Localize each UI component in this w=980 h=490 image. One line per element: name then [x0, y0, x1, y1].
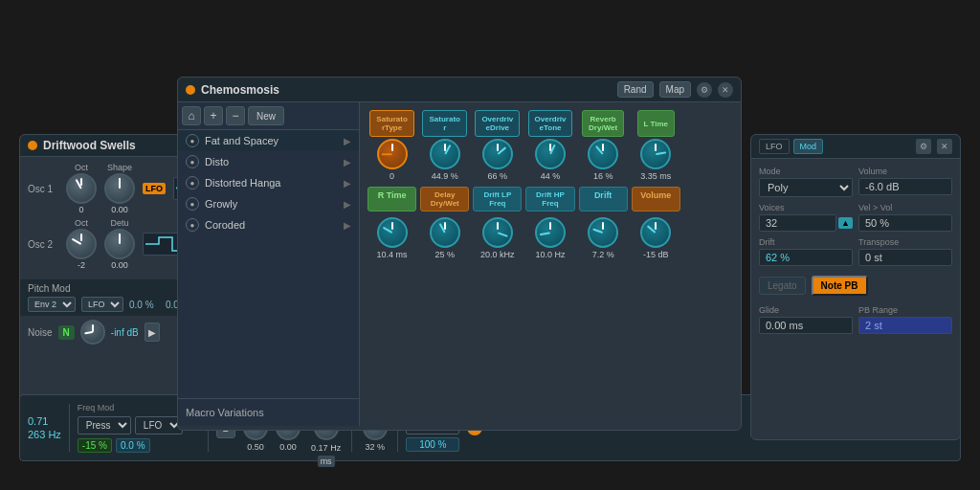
drift-hp-knob2[interactable] [535, 217, 566, 248]
l-time-btn[interactable]: L Time [637, 110, 676, 137]
preset-item-0[interactable]: ● Fat and Spacey ▶ [178, 130, 359, 151]
drift-hp-btn[interactable]: Drift HPFreq [525, 187, 574, 212]
voices-label: Voices [759, 203, 853, 212]
transpose-value: 0 st [858, 249, 952, 266]
preset-arrow-2: ▶ [344, 178, 351, 189]
legato-notepb-row: Legato Note PB [759, 272, 952, 300]
drift-label: Drift [759, 237, 853, 247]
overdrive-drive-knob[interactable] [482, 139, 513, 169]
settings-icon[interactable]: ⚙ [697, 82, 712, 98]
freq-mod-lfo-select[interactable]: LFO [135, 416, 183, 434]
osc2-detune-knob[interactable] [104, 229, 135, 259]
add-icon-btn[interactable]: + [204, 106, 223, 125]
macro-variations[interactable]: Macro Variations [178, 398, 359, 426]
drift-lp-btn[interactable]: Drift LPFreq [473, 187, 522, 212]
legato-button[interactable]: Legato [759, 277, 806, 295]
osc2-oct-container: Oct -2 [66, 218, 97, 270]
divider1 [69, 404, 70, 452]
osc2-label: Osc 2 [28, 239, 58, 250]
volume-btn[interactable]: Volume [632, 187, 680, 212]
osc1-oct-container: Oct 0 [66, 163, 97, 214]
osc1-label: Osc 1 [28, 184, 58, 194]
osc2-oct-value: -2 [78, 260, 85, 270]
lfo-value1: 0.71 [28, 415, 61, 427]
knob2-cell-0: 10.4 ms [368, 217, 416, 259]
chemosmosis-controls: SaturatorType 0 Saturator 44.9 % Ove [360, 102, 741, 426]
preset-name-1: Disto [205, 156, 338, 167]
knob2-3-val: 10.0 Hz [535, 250, 565, 259]
preset-item-3[interactable]: ● Growly ▶ [178, 193, 359, 214]
freq-mod-press-select[interactable]: Press [78, 416, 131, 434]
home-icon-btn[interactable]: ⌂ [182, 106, 201, 125]
saturator-knob[interactable] [430, 139, 460, 169]
pb-range-param: PB Range 2 st [858, 305, 952, 334]
osc1-oct-label: Oct [75, 163, 88, 172]
knob2-value: 66 % [488, 171, 508, 181]
overdrive-tone-btn[interactable]: OverdriveTone [528, 110, 573, 137]
knob-cell-3: OverdriveTone 44 % [525, 110, 574, 181]
noise-value: -inf dB [111, 327, 139, 338]
saturator-btn[interactable]: Saturator [422, 110, 466, 137]
tilt-value: 0.50 [247, 442, 264, 452]
osc1-shape-value: 0.00 [111, 205, 128, 214]
close-icon[interactable]: ✕ [718, 82, 733, 98]
overdrive-tone-knob[interactable] [535, 139, 566, 169]
reverb-knob[interactable] [588, 139, 618, 169]
knob2-cell-6 [684, 217, 733, 259]
drift-btn[interactable]: Drift [579, 187, 628, 212]
preset-arrow-0: ▶ [344, 136, 351, 146]
noise-arrow-btn[interactable]: ▶ [145, 323, 160, 342]
r-time-knob2[interactable] [377, 217, 408, 248]
glide-label: Glide [759, 305, 853, 315]
rand-button[interactable]: Rand [617, 81, 654, 98]
osc1-shape-knob[interactable] [104, 173, 135, 204]
delay-knob2[interactable] [430, 217, 460, 248]
noise-badge[interactable]: N [58, 325, 75, 340]
preset-arrow-1: ▶ [344, 157, 351, 167]
volume-knob2[interactable] [640, 217, 671, 248]
mode-select[interactable]: Poly [759, 178, 853, 197]
poly-close-icon[interactable]: ✕ [937, 139, 952, 154]
osc2-oct-knob[interactable] [66, 229, 97, 259]
delay-drywet-btn[interactable]: DelayDry/Wet [420, 187, 469, 212]
mode-param: Mode Poly [759, 167, 853, 197]
chemosmosis-power-dot[interactable] [186, 85, 195, 95]
preset-arrow-3: ▶ [344, 199, 351, 210]
preset-icon-1: ● [186, 155, 199, 168]
preset-item-4[interactable]: ● Coroded ▶ [178, 214, 359, 235]
tab-lfo[interactable]: LFO [759, 139, 790, 154]
saturator-type-btn[interactable]: SaturatorType [369, 110, 413, 137]
note-pb-button[interactable]: Note PB [812, 276, 868, 296]
osc1-oct-knob[interactable] [66, 173, 97, 204]
preset-name-2: Distorted Hanga [205, 177, 338, 189]
osc2-detune-container: Detu 0.00 [104, 218, 135, 270]
driftwood-power-dot[interactable] [28, 141, 37, 150]
map-button[interactable]: Map [659, 81, 691, 98]
new-button[interactable]: New [248, 106, 284, 125]
tab-mod[interactable]: Mod [793, 139, 824, 154]
pitch-mod-lfo-select[interactable]: LFO [81, 297, 123, 312]
drift-knob2[interactable] [588, 217, 618, 248]
preset-name-3: Growly [205, 198, 338, 210]
pitch-mod-value1: 0.0 % [129, 300, 160, 310]
knob2-2-val: 20.0 kHz [480, 250, 515, 259]
pb-range-label: PB Range [858, 305, 952, 315]
drift-lp-knob2[interactable] [482, 217, 513, 248]
l-time-knob[interactable] [640, 139, 671, 169]
saturator-type-knob[interactable] [377, 139, 408, 169]
knob2-5-val: -15 dB [643, 250, 669, 259]
volume-value: -6.0 dB [858, 178, 952, 195]
overdrive-drive-btn[interactable]: OverdriveDrive [475, 110, 520, 137]
minus-icon-btn[interactable]: − [226, 106, 245, 125]
knob-cell-1: Saturator 44.9 % [420, 110, 469, 181]
poly-settings-icon[interactable]: ⚙ [916, 139, 931, 154]
preset-item-1[interactable]: ● Disto ▶ [178, 151, 359, 172]
freq-value1: -15 % [78, 438, 112, 453]
ms-badge: ms [318, 456, 335, 467]
preset-list: ● Fat and Spacey ▶ ● Disto ▶ ● Distorted… [178, 130, 359, 398]
pitch-mod-env-select[interactable]: Env 2 [28, 297, 76, 312]
preset-item-2[interactable]: ● Distorted Hanga ▶ [178, 172, 359, 193]
reverb-btn[interactable]: ReverbDry/Wet [582, 110, 624, 137]
noise-knob[interactable] [80, 320, 105, 345]
r-time-btn[interactable]: R Time [368, 187, 416, 212]
